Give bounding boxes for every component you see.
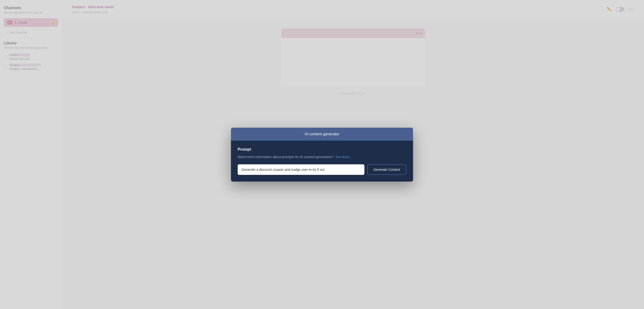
modal-body: Prompt Need more information about promp… — [231, 140, 413, 182]
modal-title: AI content generator — [305, 132, 340, 136]
prompt-info-text: Need more information about prompts for … — [238, 155, 334, 159]
prompt-input-row: Generate Content — [238, 164, 406, 175]
prompt-info: Need more information about prompts for … — [238, 154, 406, 160]
prompt-label: Prompt — [238, 147, 406, 152]
ai-content-generator-modal: AI content generator Prompt Need more in… — [231, 128, 413, 182]
modal-header: AI content generator — [231, 128, 413, 140]
generate-content-button[interactable]: Generate Content — [367, 164, 406, 175]
prompt-input[interactable] — [238, 164, 364, 175]
docs-link[interactable]: See docs. — [336, 155, 350, 159]
modal-overlay: AI content generator Prompt Need more in… — [0, 0, 644, 309]
